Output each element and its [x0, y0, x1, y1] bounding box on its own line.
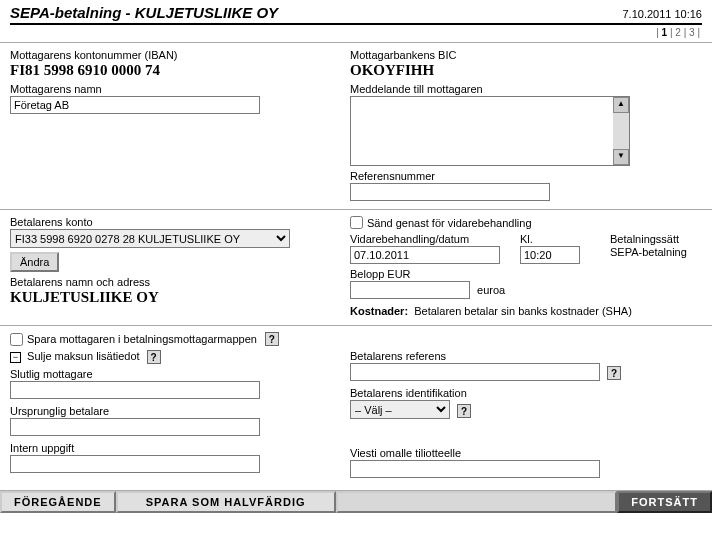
- recipient-message-label: Meddelande till mottagaren: [350, 83, 702, 95]
- internal-info-input[interactable]: [10, 455, 260, 473]
- payer-reference-label: Betalarens referens: [350, 350, 702, 362]
- payment-method-value: SEPA-betalning: [610, 246, 687, 258]
- processing-date-label: Vidarebehandling/datum: [350, 233, 500, 245]
- reference-number-label: Referensnummer: [350, 170, 702, 182]
- help-icon[interactable]: ?: [147, 350, 161, 364]
- scrollbar[interactable]: ▲ ▼: [613, 97, 629, 165]
- payer-identification-select[interactable]: – Välj –: [350, 400, 450, 419]
- scroll-down-icon[interactable]: ▼: [613, 149, 629, 165]
- original-payer-input[interactable]: [10, 418, 260, 436]
- costs-label: Kostnader:: [350, 305, 408, 317]
- payer-identification-label: Betalarens identifikation: [350, 387, 702, 399]
- change-account-button[interactable]: Ändra: [10, 252, 59, 272]
- payer-account-select[interactable]: FI33 5998 6920 0278 28 KULJETUSLIIKE OY: [10, 229, 290, 248]
- save-recipient-checkbox[interactable]: [10, 333, 23, 346]
- save-draft-button[interactable]: SPARA SOM HALVFÄRDIG: [116, 491, 336, 513]
- collapse-details-label: Sulje maksun lisätiedot: [27, 350, 140, 362]
- recipient-message-textarea[interactable]: ▲ ▼: [350, 96, 630, 166]
- amount-input[interactable]: [350, 281, 470, 299]
- footer-spacer: [336, 491, 618, 513]
- payer-reference-input[interactable]: [350, 363, 600, 381]
- recipient-bic-label: Mottagarbankens BIC: [350, 49, 702, 61]
- continue-button[interactable]: FORTSÄTT: [617, 491, 712, 513]
- help-icon[interactable]: ?: [607, 366, 621, 380]
- final-recipient-input[interactable]: [10, 381, 260, 399]
- final-recipient-label: Slutlig mottagare: [10, 368, 340, 380]
- recipient-iban: FI81 5998 6910 0000 74: [10, 62, 340, 79]
- page-datetime: 7.10.2011 10:16: [622, 8, 702, 20]
- recipient-iban-label: Mottagarens kontonummer (IBAN): [10, 49, 340, 61]
- recipient-bic: OKOYFIHH: [350, 62, 702, 79]
- send-now-checkbox[interactable]: [350, 216, 363, 229]
- page-2[interactable]: 2: [675, 27, 681, 38]
- help-icon[interactable]: ?: [265, 332, 279, 346]
- page-1[interactable]: 1: [662, 27, 668, 38]
- recipient-name-input[interactable]: [10, 96, 260, 114]
- own-statement-msg-label: Viesti omalle tiliotteelle: [350, 447, 702, 459]
- processing-date-input[interactable]: [350, 246, 500, 264]
- amount-suffix: euroa: [477, 284, 505, 296]
- processing-time-label: Kl.: [520, 233, 590, 245]
- internal-info-label: Intern uppgift: [10, 442, 340, 454]
- payer-account-label: Betalarens konto: [10, 216, 340, 228]
- reference-number-input[interactable]: [350, 183, 550, 201]
- payer-name-label: Betalarens namn och adress: [10, 276, 340, 288]
- recipient-name-label: Mottagarens namn: [10, 83, 340, 95]
- collapse-icon[interactable]: −: [10, 352, 21, 363]
- processing-time-input[interactable]: [520, 246, 580, 264]
- payment-method-label: Betalningssätt: [610, 233, 687, 245]
- amount-label: Belopp EUR: [350, 268, 702, 280]
- scroll-up-icon[interactable]: ▲: [613, 97, 629, 113]
- page-3[interactable]: 3: [689, 27, 695, 38]
- costs-text: Betalaren betalar sin banks kostnader (S…: [414, 305, 632, 317]
- send-now-label: Sänd genast för vidarebehandling: [367, 217, 532, 229]
- previous-button[interactable]: FÖREGÅENDE: [0, 491, 116, 513]
- save-recipient-label: Spara mottagaren i betalningsmottagarmap…: [27, 333, 257, 345]
- pager: | 1 | 2 | 3 |: [0, 25, 712, 42]
- page-title: SEPA-betalning - KULJETUSLIIKE OY: [10, 4, 278, 21]
- own-statement-msg-input[interactable]: [350, 460, 600, 478]
- help-icon[interactable]: ?: [457, 404, 471, 418]
- payer-name: KULJETUSLIIKE OY: [10, 289, 340, 306]
- original-payer-label: Ursprunglig betalare: [10, 405, 340, 417]
